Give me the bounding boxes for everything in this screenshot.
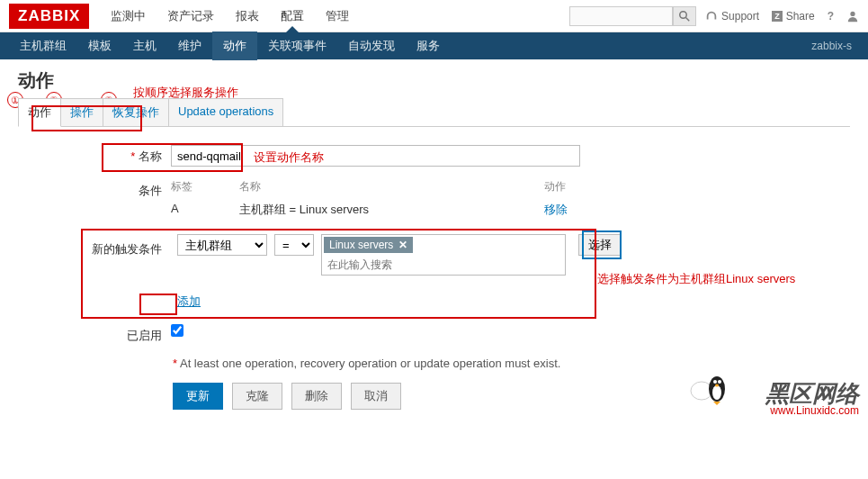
form-row-name: * 名称 <box>18 145 850 167</box>
top-header: ZABBIX 监测中 资产记录 报表 配置 管理 Support Z Share… <box>0 0 868 32</box>
tab-recovery[interactable]: 恢复操作 <box>103 98 169 126</box>
watermark-url: www.Linuxidc.com <box>770 404 859 417</box>
conditions-table: 标签 名称 动作 A 主机群组 = Linux servers 移除 <box>171 179 580 221</box>
cond-header-label: 标签 <box>171 179 239 194</box>
subnav-services[interactable]: 服务 <box>406 32 451 60</box>
enabled-label: 已启用 <box>18 324 171 344</box>
tab-update-ops[interactable]: Update operations <box>168 98 283 126</box>
condition-remove-link[interactable]: 移除 <box>544 202 580 218</box>
conditions-label: 条件 <box>18 179 171 199</box>
svg-point-0 <box>680 11 687 18</box>
cond-header-name: 名称 <box>239 179 544 194</box>
headset-icon <box>705 10 718 23</box>
subnav-actions[interactable]: 动作 <box>212 32 257 60</box>
nav-administration[interactable]: 管理 <box>315 0 360 32</box>
nav-monitoring[interactable]: 监测中 <box>100 0 157 32</box>
header-right: Support Z Share ? <box>705 10 859 23</box>
form-row-conditions: 条件 标签 名称 动作 A 主机群组 = Linux servers 移除 <box>18 179 850 221</box>
search-input[interactable] <box>569 6 673 26</box>
condition-operator-select[interactable]: = <box>274 234 314 256</box>
share-link[interactable]: Z Share <box>772 10 815 23</box>
condition-row: A 主机群组 = Linux servers 移除 <box>171 198 580 221</box>
condition-type-select[interactable]: 主机群组 <box>177 234 267 256</box>
select-button[interactable]: 选择 <box>578 234 622 256</box>
support-link[interactable]: Support <box>705 10 759 23</box>
subnav-correlation[interactable]: 关联项事件 <box>257 32 337 60</box>
clone-button[interactable]: 克隆 <box>232 383 282 410</box>
nav-reports[interactable]: 报表 <box>225 0 270 32</box>
form-row-enabled: 已启用 <box>18 324 850 344</box>
cond-header-action: 动作 <box>544 179 580 194</box>
help-link[interactable]: ? <box>828 10 834 23</box>
cancel-button[interactable]: 取消 <box>351 383 401 410</box>
subnav-templates[interactable]: 模板 <box>77 32 122 60</box>
tab-action[interactable]: 动作 <box>18 98 61 127</box>
search-button[interactable] <box>673 6 696 26</box>
tag-remove-icon[interactable]: ✕ <box>398 239 407 251</box>
user-icon[interactable] <box>846 10 859 23</box>
condition-value-wrap: Linux servers ✕ <box>321 234 566 276</box>
update-button[interactable]: 更新 <box>173 383 223 410</box>
add-condition-link[interactable]: 添加 <box>177 294 201 310</box>
main-nav: 监测中 资产记录 报表 配置 管理 <box>100 0 569 32</box>
page-title: 动作 <box>18 68 850 93</box>
condition-value-search[interactable] <box>322 255 565 275</box>
tag-text: Linux servers <box>329 239 393 251</box>
svg-point-2 <box>850 11 855 15</box>
enabled-checkbox[interactable] <box>171 324 183 337</box>
name-label: * 名称 <box>18 145 171 165</box>
subnav-discovery[interactable]: 自动发现 <box>337 32 406 60</box>
subnav-server-name: zabbix-s <box>811 40 859 52</box>
svg-line-1 <box>686 17 690 21</box>
condition-name: 主机群组 = Linux servers <box>239 202 544 218</box>
subnav-hosts[interactable]: 主机 <box>122 32 167 60</box>
condition-value-tag: Linux servers ✕ <box>324 237 413 253</box>
form-row-new-condition: 新的触发条件 主机群组 = Linux servers ✕ <box>18 234 850 310</box>
nav-configuration[interactable]: 配置 <box>270 0 315 32</box>
tabs: 动作 操作 恢复操作 Update operations <box>18 98 850 127</box>
penguin-icon <box>688 364 733 411</box>
conditions-header: 标签 名称 动作 <box>171 179 580 198</box>
z-icon: Z <box>772 11 783 22</box>
delete-button[interactable]: 删除 <box>291 383 342 410</box>
tab-operations[interactable]: 操作 <box>60 98 103 126</box>
subnav-maintenance[interactable]: 维护 <box>167 32 212 60</box>
name-input[interactable] <box>171 145 580 167</box>
subnav-hostgroups[interactable]: 主机群组 <box>9 32 77 60</box>
svg-point-8 <box>715 384 719 387</box>
content: 动作 ① ② ③ 按顺序选择服务操作 动作 操作 恢复操作 Update ope… <box>0 59 868 419</box>
sub-nav: 主机群组 模板 主机 维护 动作 关联项事件 自动发现 服务 zabbix-s <box>0 32 868 59</box>
condition-label: A <box>171 202 239 218</box>
svg-point-6 <box>713 380 717 384</box>
nav-inventory[interactable]: 资产记录 <box>157 0 225 32</box>
new-condition-label: 新的触发条件 <box>18 234 171 258</box>
support-label: Support <box>721 10 759 23</box>
svg-point-7 <box>718 380 721 384</box>
logo[interactable]: ZABBIX <box>9 4 89 29</box>
search-icon <box>679 11 690 22</box>
svg-point-5 <box>712 385 721 400</box>
share-label: Share <box>786 10 815 23</box>
